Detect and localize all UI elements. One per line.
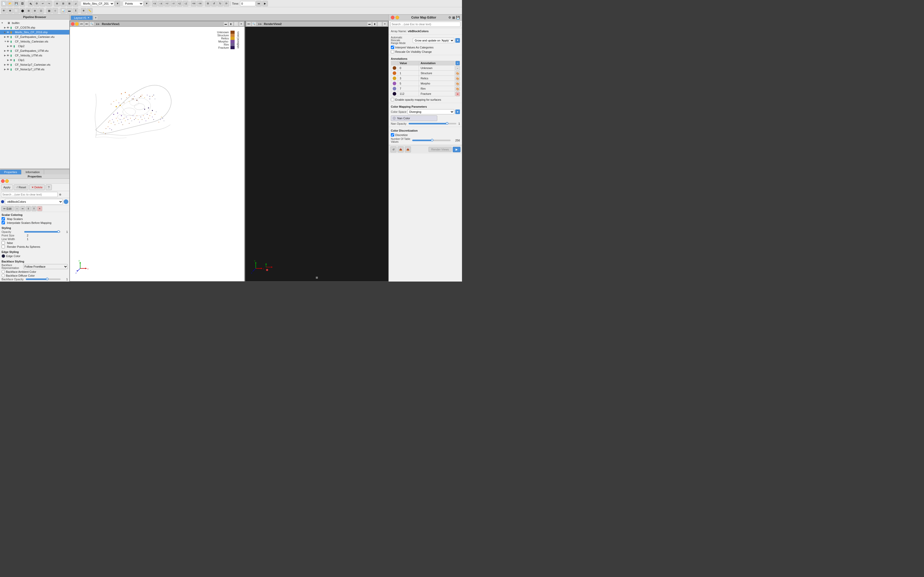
tree-item-morfo-stru[interactable]: ▶ 👁 ▮ Morfo_Stru_CF_2016.shp bbox=[0, 30, 69, 34]
rescale-dropdown-btn[interactable]: ▼ bbox=[455, 38, 460, 43]
reset-camera-button[interactable]: ⊠ bbox=[66, 1, 72, 6]
tab-information[interactable]: Information bbox=[21, 170, 44, 174]
opacity-slider-thumb[interactable] bbox=[57, 230, 60, 233]
tab-properties[interactable]: Properties bbox=[0, 170, 21, 174]
rv1-close2[interactable]: ✕ bbox=[239, 22, 244, 26]
select-pts-btn[interactable]: ⊹ bbox=[52, 8, 58, 14]
annot-edit-color-3-btn[interactable]: 🎨 bbox=[455, 87, 460, 91]
backface-opacity-thumb[interactable] bbox=[46, 278, 48, 280]
cme-import-btn[interactable]: 📥 bbox=[397, 146, 404, 153]
cme-search-input[interactable] bbox=[390, 22, 460, 27]
rescale4-btn[interactable]: ⇑ bbox=[31, 206, 37, 211]
annot-edit-color-1-btn[interactable]: 🎨 bbox=[455, 76, 460, 81]
nan-opacity-slider[interactable] bbox=[409, 123, 456, 124]
edit-btn[interactable]: ✏ Edit bbox=[1, 206, 14, 211]
coloring-select[interactable]: vtkBlockColors bbox=[5, 199, 63, 205]
num-table-slider[interactable] bbox=[412, 140, 451, 141]
annot-remove-btn[interactable]: − bbox=[455, 66, 460, 71]
delete-color-btn[interactable]: ✕ bbox=[37, 206, 42, 211]
representation-select[interactable]: Points bbox=[123, 1, 143, 6]
rv2-close2[interactable]: ✕ bbox=[383, 22, 387, 26]
rescale-btn[interactable]: ↔ bbox=[15, 206, 19, 211]
tree-item-vel-utm[interactable]: ▶ 👁 ▮ CF_Velocity_UTM.vts bbox=[0, 53, 69, 58]
cam-plus-x[interactable]: +X bbox=[152, 1, 158, 6]
tree-item-clip1[interactable]: ▶ 👁 ▮ Clip1 bbox=[0, 58, 69, 62]
histogram-btn[interactable]: ▬ bbox=[66, 8, 72, 14]
coloring-toggle[interactable] bbox=[64, 199, 68, 204]
color-space-select[interactable]: Diverging bbox=[408, 109, 454, 114]
interpret-categories-checkbox[interactable] bbox=[391, 45, 394, 49]
cme-reload-btn[interactable]: ↺ bbox=[390, 146, 396, 153]
annot-add-btn[interactable]: + bbox=[455, 61, 460, 65]
tree-item-eq-utm[interactable]: ▶ 👁 ▮ CF_Earthquakes_UTM.vtu bbox=[0, 48, 69, 53]
search-settings-icon[interactable]: ⚙ bbox=[59, 193, 61, 196]
cme-close-btn[interactable] bbox=[391, 16, 394, 19]
settings-btn[interactable]: ⚙ bbox=[205, 1, 211, 6]
cam-plus-z[interactable]: +Z bbox=[177, 1, 182, 6]
tree-item-vel-cart[interactable]: ▼ 👁 ▮ CF_Velocity_Cartesian.vts bbox=[0, 39, 69, 44]
filter-button[interactable]: ⊕ bbox=[54, 1, 60, 6]
cube-btn[interactable]: ⬜ bbox=[13, 8, 19, 14]
rv1-zoom[interactable]: 🔍 bbox=[89, 22, 94, 26]
rv1-maximize[interactable]: ⬜ bbox=[234, 22, 239, 26]
pipeline-select[interactable]: Morfo_Stru_CF_2016.shp bbox=[81, 1, 114, 6]
edge-color-swatch[interactable] bbox=[2, 254, 5, 258]
chart-btn[interactable]: 📊 bbox=[60, 8, 66, 14]
sphere-btn[interactable]: ⬤ bbox=[19, 8, 25, 14]
cme-min-btn[interactable] bbox=[396, 16, 399, 19]
plot-over-line-btn[interactable]: ⊼ bbox=[73, 8, 78, 14]
rescale2-btn[interactable]: ⇔ bbox=[20, 206, 25, 211]
connect-button[interactable]: 🔌 bbox=[27, 1, 33, 6]
select-surf-btn[interactable]: ▦ bbox=[46, 8, 52, 14]
render-blue-btn[interactable]: ▶ bbox=[453, 147, 460, 152]
add-layout-btn[interactable]: + bbox=[93, 15, 98, 20]
rv2-zoom[interactable]: 🔍 bbox=[252, 22, 256, 26]
rv2-split-v[interactable]: ▮ bbox=[372, 22, 377, 26]
rv2-split-h[interactable]: ▬ bbox=[367, 22, 372, 26]
rescale-select[interactable]: Grow and update on 'Apply' bbox=[413, 38, 454, 43]
tree-item-cf-costa[interactable]: ▶ 👁 ▮ CF_COSTA.shp bbox=[0, 25, 69, 30]
reload3-btn[interactable]: ⟳ bbox=[223, 1, 229, 6]
reload-btn[interactable]: ↺ bbox=[211, 1, 217, 6]
save-screenshot-button[interactable]: 🖼 bbox=[19, 1, 25, 6]
cme-settings-icon[interactable]: ⚙ bbox=[448, 16, 451, 19]
rv2-canvas[interactable]: x y z bbox=[246, 27, 388, 281]
time-play[interactable]: ▶ bbox=[262, 1, 268, 6]
render-points-checkbox[interactable] bbox=[2, 245, 5, 248]
annot-delete-btn[interactable]: ✕ bbox=[455, 92, 460, 96]
cme-save-icon[interactable]: 💾 bbox=[456, 16, 460, 19]
annot-edit-color-0-btn[interactable]: 🎨 bbox=[455, 71, 460, 76]
axes-btn[interactable]: ⊕ bbox=[32, 8, 38, 14]
save-button[interactable]: 💾 bbox=[13, 1, 19, 6]
cam-minus-x[interactable]: −X bbox=[158, 1, 164, 6]
disconnect-button[interactable]: ⚙ bbox=[34, 1, 39, 6]
cam-minus-z[interactable]: −Z bbox=[183, 1, 189, 6]
rv2-3d[interactable]: 3D bbox=[247, 22, 251, 26]
discretize-checkbox[interactable] bbox=[391, 133, 394, 137]
freeze-btn[interactable]: ❄ bbox=[81, 8, 86, 14]
num-table-thumb[interactable] bbox=[431, 139, 433, 142]
time-prev[interactable]: ⏮ bbox=[256, 1, 262, 6]
backface-diffuse-radio[interactable] bbox=[2, 274, 5, 277]
rotate90-neg[interactable]: −90 bbox=[197, 1, 203, 6]
rotate90-pos[interactable]: +90 bbox=[191, 1, 197, 6]
layout-tab-close[interactable]: ✕ bbox=[87, 16, 89, 19]
reload2-btn[interactable]: ↻ bbox=[217, 1, 223, 6]
backface-ambient-radio[interactable] bbox=[2, 270, 5, 273]
rv1-close[interactable] bbox=[71, 22, 74, 26]
apply-button[interactable]: Apply bbox=[1, 184, 13, 190]
render-lines-checkbox[interactable] bbox=[2, 241, 5, 245]
interpolate-scalars-checkbox[interactable] bbox=[2, 221, 5, 224]
undo-button[interactable]: ↩ bbox=[40, 1, 46, 6]
source-button[interactable]: ⊞ bbox=[60, 1, 66, 6]
rescale-visibility-checkbox[interactable] bbox=[391, 50, 394, 53]
render-views-btn[interactable]: Render Views bbox=[428, 147, 452, 152]
ruler-btn[interactable]: 📏 bbox=[87, 8, 92, 14]
rv1-2d[interactable]: 2D bbox=[79, 22, 84, 26]
cme-export-btn[interactable]: 📤 bbox=[405, 146, 411, 153]
pipeline-menu-btn[interactable]: ▼ bbox=[115, 1, 120, 6]
layout-tab-1[interactable]: Layout #1 ✕ bbox=[71, 15, 93, 20]
pick-btn[interactable]: ✚ bbox=[7, 8, 13, 14]
delete-button[interactable]: ✕ Delete bbox=[29, 184, 45, 190]
rv1-3d[interactable]: 3D bbox=[84, 22, 89, 26]
